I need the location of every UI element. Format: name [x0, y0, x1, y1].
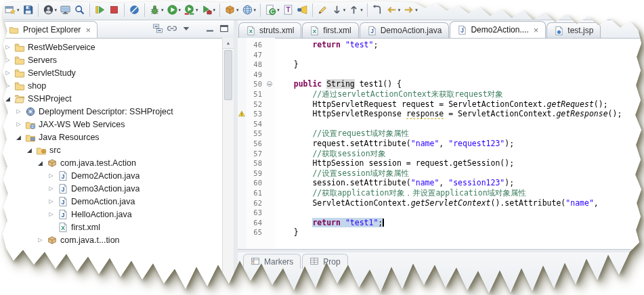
new-wizard-button[interactable]: ▾ [3, 2, 21, 18]
tree-item-deployment-descriptor-sshproject[interactable]: ▷Deployment Descriptor: SSHProject [0, 105, 223, 118]
resume-button[interactable] [93, 2, 107, 18]
expand-arrow-icon[interactable]: ▷ [47, 173, 55, 179]
tree-item-demo2action-java[interactable]: ▷JDemo2Action.java [0, 169, 223, 182]
code-text[interactable]: HttpServletResponse response = ServletAc… [275, 109, 622, 119]
editor-tab-struts-xml[interactable]: Xstruts.xml [238, 22, 301, 38]
save-button[interactable] [21, 2, 35, 18]
view-menu-button[interactable] [181, 23, 192, 35]
code-text[interactable]: //设置request域对象属性 [275, 129, 409, 139]
line-number[interactable]: 63 [246, 208, 265, 218]
line-number[interactable]: 62 [246, 198, 265, 208]
servers-button[interactable] [58, 2, 72, 18]
line-number[interactable]: 61 [246, 188, 265, 198]
explorer-scrollbar[interactable] [222, 38, 234, 295]
expand-arrow-icon[interactable]: ▷ [15, 108, 22, 114]
code-text[interactable]: } [275, 227, 299, 237]
scroll-up-icon[interactable] [223, 38, 234, 49]
tree-item-java-resources[interactable]: ◢Java Resources [0, 131, 223, 143]
code-editor[interactable]: 46 return "test";4748 }4950 public Strin… [238, 38, 644, 249]
line-number[interactable]: 49 [246, 70, 265, 80]
tree-item-first-xml[interactable]: Xfirst.xml [0, 221, 223, 233]
expand-arrow-icon[interactable]: ▷ [47, 185, 55, 191]
web-service-button[interactable]: ▾ [240, 2, 258, 18]
editor-tab-demo2action[interactable]: JDemo2Action.... [450, 21, 546, 38]
coverage-button[interactable]: ▾ [182, 2, 200, 18]
tree-item-com-java-test-action[interactable]: ◢com.java.test.Action [0, 156, 223, 169]
tree-item-sshproject[interactable]: ◢SSHProject [0, 92, 223, 105]
expand-arrow-icon[interactable]: ▷ [15, 121, 22, 127]
tree-item-restwebserveice[interactable]: ▷RestWebServeice [0, 41, 223, 53]
search-button[interactable] [295, 2, 309, 18]
user-profile-button[interactable]: ▾ [41, 2, 59, 18]
minimize-button[interactable] [205, 23, 216, 35]
tree-item-com-java-t-tion[interactable]: ▷com.java.t...tion [0, 233, 223, 246]
code-text[interactable]: HttpServletRequest request = ServletActi… [275, 99, 608, 110]
expand-arrow-icon[interactable]: ▷ [4, 70, 12, 76]
line-number[interactable]: 59 [246, 168, 265, 179]
tree-item-shop[interactable]: ▷shop [0, 79, 223, 92]
line-number[interactable]: 58 [246, 158, 265, 168]
tree-item-src[interactable]: ◢src [0, 143, 223, 156]
line-number[interactable]: 48 [246, 60, 265, 70]
editor-tab-demoaction-java[interactable]: JDemoAction.java [360, 22, 450, 38]
code-text[interactable]: //获取session对象 [275, 149, 386, 159]
code-text[interactable]: public String test1() { [275, 79, 402, 89]
line-number[interactable]: 56 [246, 139, 265, 149]
new-javaee-button[interactable]: ▾ [223, 2, 240, 18]
expand-arrow-icon[interactable]: ▷ [4, 83, 12, 89]
expand-arrow-icon[interactable]: ▷ [4, 57, 12, 63]
editor-tab-first-xml[interactable]: Xfirst.xml [302, 22, 358, 38]
code-text[interactable]: //获取application对象，并设置application域对象属性 [275, 188, 526, 198]
run-button[interactable]: ▾ [165, 2, 183, 18]
link-editor-button[interactable] [167, 23, 178, 35]
tree-item-servers[interactable]: ▷Servers [0, 53, 223, 66]
tree-item-demo3action-java[interactable]: ▷JDemo3Action.java [0, 182, 223, 195]
back-button[interactable]: ▾ [385, 2, 402, 18]
warning-marker-icon[interactable] [238, 109, 246, 119]
view-tab-prop[interactable]: Prop [302, 254, 347, 269]
line-number[interactable]: 64 [246, 218, 265, 228]
collapse-arrow-icon[interactable]: ◢ [26, 147, 33, 154]
code-text[interactable]: return "test"; [275, 40, 378, 50]
maximize-button[interactable] [219, 23, 230, 35]
last-edit-button[interactable] [370, 2, 385, 18]
line-number[interactable]: 57 [246, 149, 265, 159]
code-text[interactable]: } [275, 60, 299, 70]
next-annotation-button[interactable]: ▾ [330, 2, 347, 18]
line-number[interactable]: 55 [246, 129, 265, 139]
line-number[interactable]: 65 [246, 227, 265, 237]
tree-item-helloaction-java[interactable]: ▷JHelloAction.java [0, 208, 223, 221]
expand-arrow-icon[interactable]: ▷ [47, 211, 55, 217]
forward-button[interactable]: ▾ [402, 2, 419, 18]
quick-access-button[interactable] [72, 2, 87, 18]
collapse-arrow-icon[interactable]: ◢ [37, 160, 44, 166]
line-number[interactable]: 47 [246, 50, 265, 60]
code-text[interactable]: request.setAttribute("name", "request123… [275, 139, 514, 149]
line-number[interactable]: 54 [246, 119, 265, 129]
line-number[interactable]: 46 [246, 40, 265, 50]
mark-occurrences-button[interactable] [316, 2, 330, 18]
expand-arrow-icon[interactable]: ▷ [4, 44, 12, 50]
line-number[interactable]: 52 [246, 99, 265, 110]
collapse-arrow-icon[interactable]: ◢ [15, 134, 22, 141]
code-text[interactable]: session.setAttribute("name", "session123… [275, 178, 514, 188]
open-type-button[interactable]: T [281, 2, 295, 18]
fold-collapse-icon[interactable] [267, 81, 272, 87]
tree-item-servletstudy[interactable]: ▷ServletStudy [0, 66, 223, 79]
expand-arrow-icon[interactable]: ▷ [37, 237, 44, 243]
collapse-arrow-icon[interactable]: ◢ [4, 95, 12, 102]
tree-item-jax-ws-web-services[interactable]: ▷JAX-WS Web Services [0, 118, 223, 131]
line-number[interactable]: 60 [246, 178, 265, 188]
editor-tab-test-jsp[interactable]: test.jsp [546, 22, 601, 38]
debug-button[interactable]: ▾ [148, 2, 165, 18]
collapse-all-button[interactable] [152, 23, 164, 35]
line-number[interactable]: 50 [246, 79, 265, 89]
code-text[interactable]: ServletActionContext.getServletContext()… [275, 198, 599, 208]
prev-annotation-button[interactable]: ▾ [347, 2, 364, 18]
line-number[interactable]: 51 [246, 89, 265, 99]
skip-breakpoints-button[interactable] [127, 2, 142, 18]
external-tools-button[interactable]: ▾ [200, 2, 217, 18]
fold-cell[interactable] [265, 79, 275, 89]
close-icon[interactable] [85, 26, 91, 35]
code-text[interactable]: return "test1"; [275, 218, 384, 228]
